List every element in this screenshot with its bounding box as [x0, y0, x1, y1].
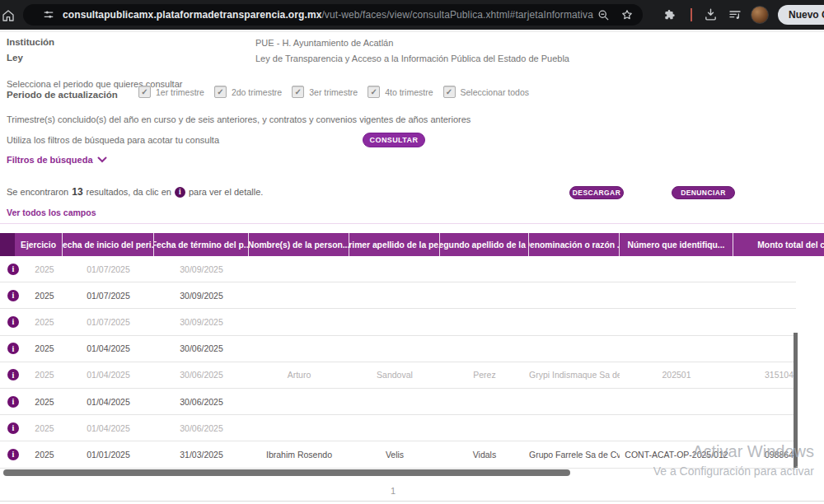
column-header[interactable]: Segundo apellido de la ... — [440, 233, 529, 256]
checkbox-icon[interactable]: ✓ — [292, 86, 304, 98]
view-all-fields-link[interactable]: Ver todos los campos — [7, 208, 96, 217]
table-cell: 01/07/2025 — [63, 264, 154, 274]
period-checkbox[interactable]: ✓3er trimestre — [292, 86, 358, 98]
column-header[interactable]: Primer apellido de la pe... — [349, 233, 440, 256]
table-header: EjercicioFecha de inicio del peri...Fech… — [0, 233, 824, 256]
table-cell: CONT-ACAT-OP-2025/012 — [620, 450, 733, 460]
table-cell-info: i — [0, 369, 26, 380]
checkbox-icon[interactable]: ✓ — [368, 86, 380, 98]
zoom-icon[interactable] — [597, 9, 610, 21]
table-cell: 01/04/2025 — [63, 423, 154, 433]
results-count: 13 — [72, 186, 82, 198]
report-button[interactable]: DENUNCIAR — [672, 186, 735, 199]
profile-avatar[interactable] — [751, 6, 769, 24]
bottom-divider — [0, 501, 824, 502]
period-checkbox-label: 2do trimestre — [232, 87, 282, 97]
bookmark-star-icon[interactable] — [620, 8, 634, 21]
column-header[interactable]: Fecha de término del p... — [154, 233, 249, 256]
summary-prefix: Se encontraron — [7, 187, 68, 197]
table-cell-info: i — [0, 343, 26, 354]
checkbox-icon[interactable]: ✓ — [443, 86, 456, 98]
table-row: i202501/04/202530/06/2025ArturoSandovalP… — [0, 362, 796, 389]
institution-label: Institución — [7, 37, 54, 47]
reading-list-icon[interactable] — [728, 8, 742, 21]
period-checkbox-label: 4to trimestre — [385, 87, 433, 97]
table-row: i202501/07/202530/09/2025 — [0, 282, 796, 309]
table-cell: 2025 — [26, 423, 63, 433]
filters-hint-text: Utiliza los filtros de búsqueda para aco… — [7, 135, 219, 145]
info-icon[interactable]: i — [7, 449, 19, 460]
table-cell: 01/01/2025 — [63, 450, 154, 460]
table-cell: 3151041.4 — [733, 370, 796, 380]
column-header[interactable]: Fecha de inicio del peri... — [63, 233, 154, 256]
column-header[interactable]: Denominación o razón ... — [529, 233, 620, 256]
table-cell-info: i — [0, 264, 26, 275]
info-icon[interactable]: i — [7, 343, 19, 354]
horizontal-scrollbar[interactable] — [3, 469, 570, 476]
period-note-text: Trimestre(s) concluido(s) del año en cur… — [7, 114, 471, 124]
download-results-button[interactable]: DESCARGAR — [569, 186, 624, 199]
column-header-info[interactable] — [0, 233, 15, 256]
chrome-update-button[interactable]: Nuevo Ch — [778, 5, 824, 25]
law-value: Ley de Transparencia y Acceso a la Infor… — [255, 54, 569, 63]
table-cell: 30/09/2025 — [154, 264, 249, 274]
period-checkbox-label: Seleccionar todos — [461, 87, 529, 97]
consult-button[interactable]: CONSULTAR — [363, 133, 425, 147]
table-cell: 01/04/2025 — [63, 370, 154, 380]
period-checkbox[interactable]: ✓Seleccionar todos — [443, 86, 529, 98]
info-icon[interactable]: i — [7, 316, 19, 328]
period-checkbox[interactable]: ✓1er trimestre — [138, 86, 204, 98]
info-icon[interactable]: i — [7, 422, 19, 434]
table-cell: 30/06/2025 — [154, 343, 249, 353]
period-checkbox[interactable]: ✓2do trimestre — [214, 86, 282, 98]
table-cell: 30/09/2025 — [154, 291, 249, 301]
table-cell: Velis — [349, 450, 440, 460]
period-checkbox-group: ✓1er trimestre✓2do trimestre✓3er trimest… — [138, 86, 539, 98]
page-number[interactable]: 1 — [0, 486, 786, 496]
info-icon[interactable]: i — [7, 264, 19, 275]
table-row: i202501/04/202530/06/2025 — [0, 336, 796, 362]
table-cell: 2025 — [26, 264, 63, 274]
column-header[interactable]: Monto total del c... — [733, 233, 824, 256]
table-cell: 01/04/2025 — [63, 343, 154, 353]
table-cell: 2025 — [26, 343, 63, 353]
period-checkbox[interactable]: ✓4to trimestre — [368, 86, 433, 98]
column-header[interactable]: Número que identifiqu... — [620, 233, 733, 256]
results-table: EjercicioFecha de inicio del peri...Fech… — [0, 233, 824, 469]
home-icon[interactable] — [1, 8, 16, 23]
extensions-icon[interactable] — [663, 8, 677, 21]
info-icon[interactable]: i — [175, 187, 185, 198]
vertical-scrollbar[interactable] — [794, 333, 798, 468]
url-domain: consultapublicamx.plataformadetransparen… — [63, 9, 321, 21]
address-bar[interactable]: consultapublicamx.plataformadetransparen… — [23, 4, 643, 26]
checkbox-icon[interactable]: ✓ — [138, 86, 151, 98]
table-row: i202501/07/202530/09/2025 — [0, 309, 796, 335]
table-cell: 01/07/2025 — [63, 291, 154, 301]
table-cell: Grupo Farrele Sa de Cv — [529, 450, 620, 460]
filters-toggle-label: Filtros de búsqueda — [7, 155, 93, 165]
table-row: i202501/07/202530/09/2025 — [0, 256, 796, 282]
chevron-down-icon — [97, 156, 107, 163]
info-icon[interactable]: i — [7, 290, 19, 301]
table-cell: 2025 — [26, 370, 63, 380]
table-cell: 30/06/2025 — [154, 397, 249, 407]
filters-toggle[interactable]: Filtros de búsqueda — [7, 155, 107, 165]
table-cell: 01/07/2025 — [63, 317, 154, 327]
toolbar-divider — [691, 8, 692, 21]
column-header[interactable]: Ejercicio — [15, 233, 63, 256]
table-row: i202501/04/202530/06/2025 — [0, 415, 796, 441]
url-text[interactable]: consultapublicamx.plataformadetransparen… — [63, 9, 593, 21]
period-checkbox-label: 3er trimestre — [309, 87, 358, 97]
table-cell: 098864.4 — [733, 450, 796, 460]
table-cell: 31/03/2025 — [154, 450, 249, 460]
info-icon[interactable]: i — [7, 369, 19, 380]
column-header[interactable]: Nombre(s) de la person... — [249, 233, 349, 256]
checkbox-icon[interactable]: ✓ — [214, 86, 227, 98]
table-cell: Arturo — [249, 370, 349, 380]
table-top-divider — [0, 223, 824, 224]
site-settings-icon[interactable] — [43, 9, 54, 21]
download-icon[interactable] — [704, 7, 718, 21]
table-cell: Perez — [440, 370, 529, 380]
info-icon[interactable]: i — [7, 396, 19, 408]
period-checkbox-label: 1er trimestre — [156, 87, 204, 97]
